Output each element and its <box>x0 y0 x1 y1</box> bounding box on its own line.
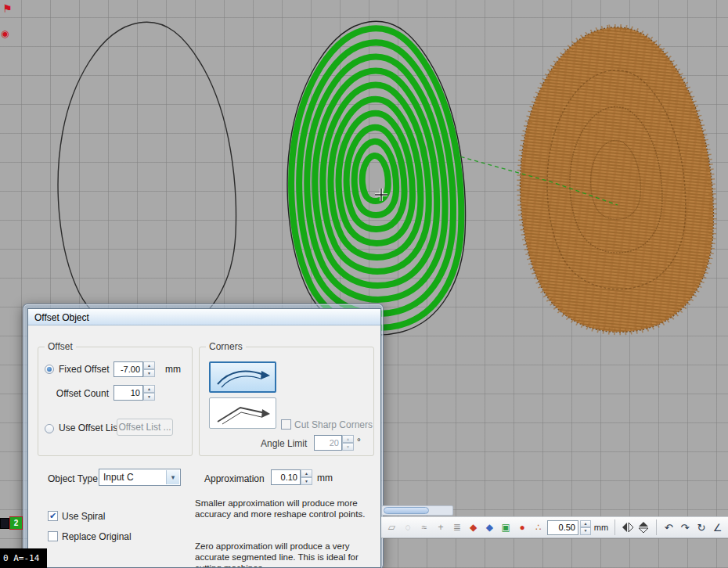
object-type-combobox[interactable]: Input C ▾ <box>99 469 181 486</box>
use-offset-list-radio[interactable] <box>45 424 54 433</box>
toolbar-separator <box>614 519 615 535</box>
spin-up-icon[interactable]: ▲ <box>342 435 354 443</box>
use-spiral-label: Use Spiral <box>62 511 105 522</box>
fixed-offset-label: Fixed Offset <box>59 364 109 375</box>
entry-marker-icon[interactable]: ◆ <box>482 520 497 535</box>
sharp-corners-button[interactable] <box>209 397 276 429</box>
angle-limit-spinner: ▲ ▼ <box>342 435 354 451</box>
stitch-length-input[interactable]: 0.50 <box>547 520 578 535</box>
approximation-note-1: Smaller approximation will produce more … <box>195 498 379 519</box>
use-spiral-checkbox[interactable]: ✔ <box>48 511 58 521</box>
spin-up-icon[interactable]: ▲ <box>143 385 155 393</box>
offset-group: Offset Fixed Offset -7.00 ▲ ▼ mm Offset … <box>38 347 193 456</box>
skew-angle-icon[interactable]: ∠ <box>710 520 725 535</box>
fixed-offset-unit: mm <box>165 364 181 375</box>
offset-count-input[interactable]: 10 <box>114 385 143 401</box>
horizontal-scrollbar[interactable] <box>381 505 453 516</box>
spin-down-icon[interactable]: ▼ <box>143 369 155 377</box>
mirror-horizontal-glyph <box>622 522 634 533</box>
offset-object-dialog: Offset Object Offset Fixed Offset -7.00 … <box>27 308 381 568</box>
outline-view-icon[interactable]: ◌ <box>401 520 416 535</box>
approximation-unit: mm <box>317 473 333 484</box>
approximation-spinner: ▲ ▼ <box>301 469 312 485</box>
mirror-vertical-glyph <box>638 521 649 534</box>
reshape-tool-icon[interactable]: ▱ <box>384 520 399 535</box>
spin-down-icon[interactable]: ▼ <box>342 443 354 451</box>
color-chip-black[interactable] <box>0 518 9 529</box>
stitched-shape[interactable] <box>521 27 713 332</box>
offset-count-spinner: ▲ ▼ <box>143 385 155 401</box>
flag-marker-icon[interactable]: ⚑ <box>2 3 13 14</box>
diamond-marker-icon[interactable]: ◆ <box>466 520 481 535</box>
corners-group-legend: Corners <box>206 341 246 352</box>
object-type-label: Object Type <box>48 473 98 484</box>
dialog-title: Offset Object <box>34 312 89 323</box>
dialog-titlebar[interactable]: Offset Object <box>28 309 380 325</box>
replace-original-label: Replace Original <box>62 531 132 542</box>
angle-limit-unit: ° <box>357 437 361 448</box>
mirror-vertical-icon[interactable] <box>636 520 651 535</box>
fixed-offset-radio[interactable] <box>45 365 54 374</box>
cut-sharp-corners-label: Cut Sharp Corners <box>294 419 373 430</box>
fixed-offset-input[interactable]: -7.00 <box>114 361 143 377</box>
connector-dots-icon[interactable]: ∴ <box>531 520 546 535</box>
sharp-corner-icon <box>212 401 273 426</box>
cut-sharp-corners-checkbox[interactable] <box>281 419 291 430</box>
pin-marker-icon[interactable]: ◉ <box>1 28 9 39</box>
outline-shape[interactable] <box>58 22 236 336</box>
round-corner-icon <box>212 365 273 390</box>
approximation-input[interactable]: 0.10 <box>271 469 301 485</box>
status-readout: 0 A=-14 <box>0 548 47 568</box>
check-icon: ✔ <box>49 511 56 520</box>
replace-original-checkbox[interactable] <box>48 531 58 541</box>
mirror-horizontal-icon[interactable] <box>620 520 635 535</box>
angle-limit-input[interactable]: 20 <box>314 435 342 451</box>
spin-up-icon[interactable]: ▲ <box>580 520 591 528</box>
angle-limit-label: Angle Limit <box>261 438 307 449</box>
spin-up-icon[interactable]: ▲ <box>301 469 312 477</box>
toolbar-separator <box>656 519 657 535</box>
stitch-length-spinner: ▲ ▼ <box>580 520 591 535</box>
color-chip-green[interactable]: 2 <box>9 516 23 530</box>
spin-down-icon[interactable]: ▼ <box>580 527 591 535</box>
approximation-label: Approximation <box>204 473 265 484</box>
approximation-note-2: Zero approximation will produce a very a… <box>195 541 381 568</box>
offset-list-button[interactable]: Offset List ... <box>117 419 173 436</box>
node-edit-icon[interactable]: + <box>433 520 448 535</box>
use-offset-list-label: Use Offset List <box>59 422 120 433</box>
offset-shape[interactable] <box>287 21 465 335</box>
rotate-any-icon[interactable]: ↻ <box>694 520 708 535</box>
rotate-cw-icon[interactable]: ↷ <box>678 520 693 535</box>
spin-down-icon[interactable]: ▼ <box>301 477 312 485</box>
smooth-curve-icon[interactable]: ≈ <box>417 520 432 535</box>
stitch-list-icon[interactable]: ≣ <box>449 520 464 535</box>
corners-group: Corners Cut Sharp Corners Angle Limit 20… <box>199 347 374 456</box>
fixed-offset-spinner: ▲ ▼ <box>143 361 155 377</box>
rotate-ccw-icon[interactable]: ↶ <box>661 520 676 535</box>
spin-up-icon[interactable]: ▲ <box>143 361 155 369</box>
bottom-toolbar: ▱ ◌ ≈ + ≣ ◆ ◆ ▣ ● ∴ 0.50 ▲ ▼ mm ↶ ↷ ↻ ∠ <box>381 516 728 538</box>
chevron-down-icon[interactable]: ▾ <box>166 470 179 484</box>
object-type-value: Input C <box>103 472 134 483</box>
stitch-length-unit: mm <box>594 523 608 532</box>
offset-count-label: Offset Count <box>46 388 109 399</box>
stop-point-icon[interactable]: ● <box>515 520 530 535</box>
color-block-icon[interactable]: ▣ <box>499 520 514 535</box>
round-corners-button[interactable] <box>209 361 276 393</box>
spin-down-icon[interactable]: ▼ <box>143 393 155 401</box>
scrollbar-thumb[interactable] <box>384 507 429 514</box>
offset-group-legend: Offset <box>45 341 76 352</box>
